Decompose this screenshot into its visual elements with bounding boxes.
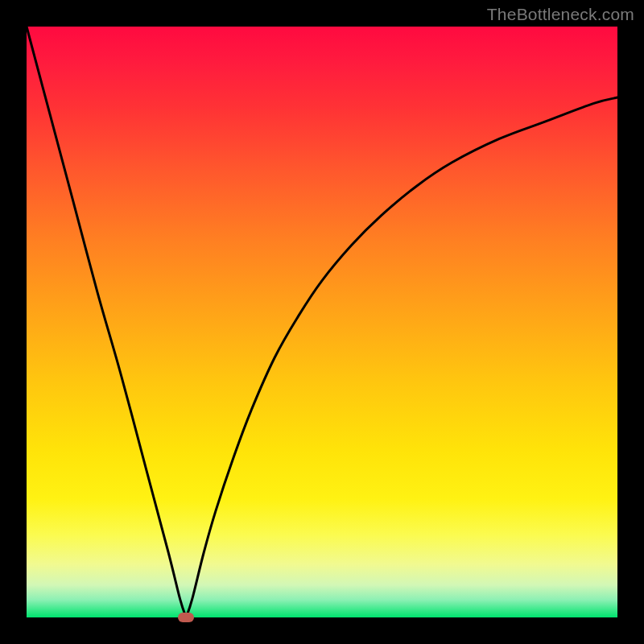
watermark-text: TheBottleneck.com	[487, 5, 634, 24]
curve-left-branch	[27, 27, 186, 617]
chart-frame: TheBottleneck.com	[0, 0, 644, 644]
bottleneck-curve	[27, 27, 617, 617]
curve-right-branch	[186, 97, 617, 617]
optimum-marker	[178, 613, 194, 622]
plot-area	[27, 27, 617, 617]
